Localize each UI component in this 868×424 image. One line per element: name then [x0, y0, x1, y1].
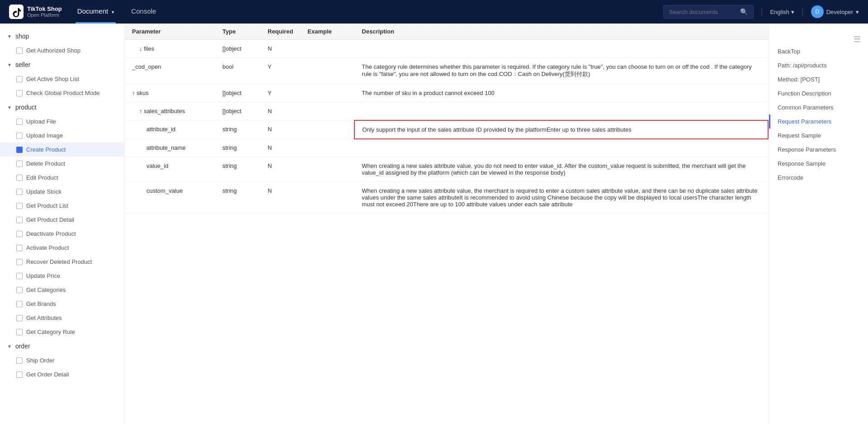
sidebar-item-get-brands[interactable]: Get Brands [0, 297, 124, 311]
developer-menu[interactable]: D Developer ▾ [811, 5, 859, 18]
table-row: ↑ skus []object Y The number of sku in a… [125, 84, 768, 102]
sidebar-section-seller[interactable]: ▼ seller [0, 57, 124, 72]
content-area: Parameter Type Required Example Descript… [125, 24, 769, 424]
item-icon [16, 189, 23, 195]
sidebar-item-label: Recover Deleted Product [26, 258, 92, 265]
sidebar-item-label: Update Price [26, 272, 60, 279]
item-icon [16, 133, 23, 139]
sidebar-item-upload-image[interactable]: Upload Image [0, 129, 124, 143]
item-icon [16, 273, 23, 279]
menu-icon: ☰ [854, 35, 861, 44]
params-table: Parameter Type Required Example Descript… [125, 24, 769, 214]
sidebar-item-deactivate-product[interactable]: Deactivate Product [0, 227, 124, 241]
sidebar-item-label: Ship Order [26, 357, 55, 364]
sidebar-item-get-order-detail[interactable]: Get Order Detail [0, 367, 124, 381]
param-name-sales-attributes: ↑ sales_attributes [125, 102, 215, 120]
sidebar-section-seller-label: seller [15, 61, 30, 68]
table-row: attribute_id string N Only support the i… [125, 120, 768, 139]
right-panel-item-errorcode[interactable]: Errorcode [769, 171, 868, 185]
sidebar-item-get-active-shop-list[interactable]: Get Active Shop List [0, 72, 124, 86]
sidebar-item-get-product-list[interactable]: Get Product List [0, 199, 124, 213]
search-input[interactable] [669, 9, 736, 15]
item-icon [16, 161, 23, 167]
sidebar-item-edit-product[interactable]: Edit Product [0, 171, 124, 185]
item-icon [16, 259, 23, 265]
sidebar-item-label: Get Active Shop List [26, 76, 79, 82]
right-panel-item-request-params[interactable]: Request Parameters [769, 114, 868, 129]
right-panel-item-method[interactable]: Method: [POST] [769, 72, 868, 86]
sidebar-item-update-price[interactable]: Update Price [0, 269, 124, 283]
sidebar-section-order[interactable]: ▼ order [0, 339, 124, 353]
table-row: ↓ files []object N [125, 40, 768, 58]
sidebar-item-label: Delete Product [26, 160, 65, 167]
right-panel-item-function-desc[interactable]: Function Description [769, 86, 868, 100]
chevron-icon: ▼ [7, 34, 12, 39]
param-required-custom-value: N [260, 182, 300, 214]
right-panel-item-response-params[interactable]: Response Parameters [769, 143, 868, 157]
sidebar-section-product[interactable]: ▼ product [0, 100, 124, 114]
sidebar-item-update-stock[interactable]: Update Stock [0, 185, 124, 199]
logo-line2: Open Platform [27, 12, 62, 18]
sidebar-item-label: Activate Product [26, 244, 69, 251]
sidebar-item-delete-product[interactable]: Delete Product [0, 157, 124, 171]
sidebar-item-check-global-product-mode[interactable]: Check Global Product Mode [0, 86, 124, 100]
divider2: | [802, 7, 804, 17]
param-desc-skus: The number of sku in a product cannot ex… [354, 84, 768, 102]
header-right: 🔍 | English ▾ | D Developer ▾ [663, 5, 859, 19]
right-panel-item-request-sample[interactable]: Request Sample [769, 129, 868, 143]
item-icon [16, 76, 23, 82]
param-name-attribute-id: attribute_id [125, 120, 215, 139]
right-panel-item-path[interactable]: Path: /api/products [769, 58, 868, 72]
nav-console[interactable]: Console [129, 0, 158, 24]
table-row: value_id string N When creating a new sa… [125, 157, 768, 182]
param-example-custom-value [300, 182, 354, 214]
sidebar-item-create-product[interactable]: Create Product [0, 143, 124, 157]
param-desc-sales-attributes [354, 102, 768, 120]
right-panel-item-common-params[interactable]: Common Parameters [769, 100, 868, 114]
sidebar-item-get-categories[interactable]: Get Categories [0, 283, 124, 297]
sidebar-item-activate-product[interactable]: Activate Product [0, 241, 124, 255]
param-type-value-id: string [215, 157, 260, 182]
chevron-icon: ▼ [7, 105, 12, 110]
language-selector[interactable]: English ▾ [770, 9, 794, 15]
param-example-attribute-name [300, 139, 354, 157]
param-type-skus: []object [215, 84, 260, 102]
search-bar[interactable]: 🔍 [663, 5, 754, 19]
right-panel-item-response-sample[interactable]: Response Sample [769, 157, 868, 171]
item-icon [16, 48, 23, 54]
sidebar-item-label: Get Category Rule [26, 329, 75, 335]
param-name-value-id: value_id [125, 157, 215, 182]
item-icon [16, 329, 23, 335]
sidebar-item-label: Upload File [26, 118, 56, 125]
sidebar-item-get-product-detail[interactable]: Get Product Detail [0, 213, 124, 227]
sidebar-item-label: Create Product [26, 146, 66, 153]
right-panel: ☰ BackTop Path: /api/products Method: [P… [769, 24, 868, 424]
table-row: _cod_open bool Y The category rule deter… [125, 58, 768, 84]
item-icon [16, 357, 23, 364]
sidebar-item-label: Get Order Detail [26, 371, 69, 378]
nav-document[interactable]: Document ▾ [75, 0, 116, 24]
search-icon: 🔍 [740, 8, 748, 15]
sidebar-item-get-category-rule[interactable]: Get Category Rule [0, 325, 124, 339]
sidebar-item-recover-deleted-product[interactable]: Recover Deleted Product [0, 255, 124, 269]
item-icon [16, 245, 23, 251]
param-required-skus: Y [260, 84, 300, 102]
logo-line1: TikTok Shop [27, 5, 62, 13]
param-desc-value-id: When creating a new sales attribute valu… [354, 157, 768, 182]
sidebar-section-shop[interactable]: ▼ shop [0, 29, 124, 43]
sidebar-item-label: Get Product Detail [26, 216, 74, 223]
col-type: Type [215, 24, 260, 40]
header: TikTok Shop Open Platform Document ▾ Con… [0, 0, 868, 24]
param-type-custom-value: string [215, 182, 260, 214]
sidebar-item-label: Check Global Product Mode [26, 90, 100, 96]
table-row: ↑ sales_attributes []object N [125, 102, 768, 120]
logo: TikTok Shop Open Platform [9, 5, 62, 19]
sidebar-item-upload-file[interactable]: Upload File [0, 114, 124, 129]
menu-icon-button[interactable]: ☰ [846, 31, 868, 44]
sidebar-item-get-attributes[interactable]: Get Attributes [0, 311, 124, 325]
param-name-cod-open: _cod_open [125, 58, 215, 84]
sidebar-item-ship-order[interactable]: Ship Order [0, 353, 124, 367]
param-example-cod-open [300, 58, 354, 84]
right-panel-item-backtop[interactable]: BackTop [769, 44, 868, 58]
sidebar-item-get-authorized-shop[interactable]: Get Authorized Shop [0, 43, 124, 57]
